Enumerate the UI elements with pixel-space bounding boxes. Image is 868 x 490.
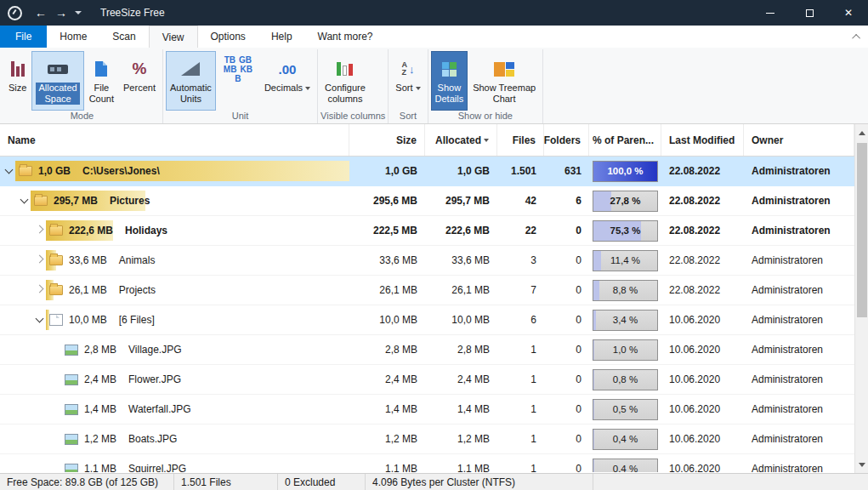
window-controls: ✕ — [751, 0, 868, 26]
tab-help[interactable]: Help — [258, 26, 305, 48]
show-treemap-chart-button[interactable]: Show Treemap Chart — [468, 51, 540, 111]
table-row[interactable]: 222,6 MB Holidays 222,5 MB 222,6 MB 22 0… — [0, 216, 854, 246]
item-label: Flower.JPG — [128, 373, 181, 385]
cell-folders: 6 — [544, 195, 589, 207]
unit-mb-button[interactable]: MB — [224, 65, 237, 74]
table-row[interactable]: 2,8 MB Village.JPG 2,8 MB 2,8 MB 1 0 1,0… — [0, 335, 854, 365]
back-arrow-icon[interactable]: ← — [31, 6, 51, 20]
decimals-button[interactable]: .00 Decimals — [260, 51, 315, 111]
column-header-last-modified[interactable]: Last Modified — [661, 124, 744, 156]
column-header-files[interactable]: Files — [497, 124, 544, 156]
table-row[interactable]: 2,4 MB Flower.JPG 2,4 MB 2,4 MB 1 0 0,8 … — [0, 365, 854, 395]
close-button[interactable]: ✕ — [829, 0, 868, 26]
cell-last-modified: 10.06.2020 — [661, 433, 744, 445]
cell-files: 1 — [497, 403, 544, 415]
item-name: 2,8 MB Village.JPG — [84, 344, 182, 356]
item-label: Holidays — [125, 225, 167, 236]
cell-allocated: 26,1 MB — [425, 284, 497, 296]
file-count-button[interactable]: File Count — [85, 51, 118, 111]
sort-az-icon: AZ↓ — [401, 61, 414, 77]
item-name: 33,6 MB Animals — [69, 254, 155, 266]
column-header-folders[interactable]: Folders — [544, 124, 589, 156]
table-row[interactable]: 1,2 MB Boats.JPG 1,2 MB 1,2 MB 1 0 0,4 %… — [0, 424, 854, 454]
expand-chevron-icon[interactable] — [20, 197, 29, 205]
item-label: C:\Users\Jones\ — [82, 165, 160, 177]
cell-files: 3 — [497, 254, 544, 266]
cell-owner: Administratoren — [744, 373, 854, 385]
percent-bar: 0,4 % — [593, 429, 658, 450]
cell-owner: Administratoren — [744, 284, 854, 296]
decimals-icon: .00 — [279, 62, 297, 77]
configure-columns-button[interactable]: Configure columns — [321, 51, 370, 111]
expand-chevron-icon[interactable] — [5, 167, 14, 175]
cell-folders: 0 — [544, 403, 589, 415]
item-name: 295,7 MB Pictures — [54, 195, 150, 207]
item-size-prefix: 26,1 MB — [69, 284, 107, 296]
cell-last-modified: 10.06.2020 — [661, 403, 744, 415]
unit-kb-button[interactable]: KB — [240, 65, 252, 74]
unit-letters-group: TBGBMBKBB — [217, 51, 259, 111]
table-row[interactable]: 10,0 MB [6 Files] 10,0 MB 10,0 MB 6 0 3,… — [0, 305, 854, 335]
quick-access-dropdown-icon[interactable] — [75, 11, 82, 14]
table-row[interactable]: 33,6 MB Animals 33,6 MB 33,6 MB 3 0 11,4… — [0, 246, 854, 276]
ribbon: Size Allocated Space File Count % Percen… — [0, 48, 868, 124]
table-row[interactable]: 1,0 GB C:\Users\Jones\ 1,0 GB 1,0 GB 1.5… — [0, 157, 854, 186]
vertical-scrollbar[interactable] — [854, 124, 868, 473]
cell-owner: Administratoren — [744, 254, 854, 266]
item-size-prefix: 295,7 MB — [54, 195, 98, 207]
triangle-down-icon — [859, 463, 865, 467]
table-row[interactable]: 26,1 MB Projects 26,1 MB 26,1 MB 7 0 8,8… — [0, 276, 854, 305]
size-mode-button[interactable]: Size — [4, 51, 31, 111]
expand-chevron-icon[interactable] — [36, 316, 44, 324]
collapse-ribbon-button[interactable] — [851, 31, 863, 42]
automatic-units-button[interactable]: Automatic Units — [166, 51, 216, 111]
group-label-unit: Unit — [166, 111, 315, 123]
column-header-percent-of-parent[interactable]: % of Paren... — [589, 124, 661, 156]
table-row[interactable]: 1,1 MB Squirrel.JPG 1,1 MB 1,1 MB 1 0 0,… — [0, 454, 854, 472]
minimize-button[interactable] — [751, 0, 790, 26]
tab-view[interactable]: View — [149, 26, 198, 48]
item-icon — [49, 314, 63, 326]
tab-home[interactable]: Home — [47, 26, 99, 48]
expand-chevron-icon[interactable] — [36, 256, 44, 265]
cell-owner: Administratoren — [744, 463, 854, 472]
maximize-button[interactable] — [790, 0, 829, 26]
cell-percent-of-parent: 11,4 % — [589, 250, 661, 271]
unit-gb-button[interactable]: GB — [239, 55, 252, 65]
column-header-allocated[interactable]: Allocated — [425, 124, 497, 156]
expand-chevron-icon[interactable] — [36, 286, 44, 294]
name-cell: 1,2 MB Boats.JPG — [0, 424, 349, 453]
tab-scan[interactable]: Scan — [99, 26, 148, 48]
tab-want-more[interactable]: Want more? — [305, 26, 386, 48]
item-label: Projects — [119, 284, 156, 296]
percent-text: 0,4 % — [593, 459, 657, 473]
allocated-space-button[interactable]: Allocated Space — [31, 51, 83, 111]
expand-chevron-icon[interactable] — [36, 226, 44, 235]
table-row[interactable]: 1,4 MB Waterfall.JPG 1,4 MB 1,4 MB 1 0 0… — [0, 395, 854, 424]
table-row[interactable]: 295,7 MB Pictures 295,6 MB 295,7 MB 42 6… — [0, 186, 854, 216]
file-tree-table: Name Size Allocated Files Folders % of P… — [0, 124, 868, 473]
column-header-name[interactable]: Name — [0, 124, 349, 156]
column-header-owner[interactable]: Owner — [744, 124, 854, 156]
column-header-size[interactable]: Size — [349, 124, 425, 156]
item-icon — [19, 166, 32, 176]
item-size-prefix: 2,8 MB — [84, 344, 116, 356]
tab-options[interactable]: Options — [198, 26, 258, 48]
item-size-prefix: 2,4 MB — [84, 373, 116, 385]
unit-b-button[interactable]: B — [235, 74, 241, 83]
size-bars-icon — [11, 61, 25, 77]
sort-button[interactable]: AZ↓ Sort — [391, 51, 424, 111]
scroll-down-button[interactable] — [855, 458, 868, 471]
percent-text: 0,5 % — [593, 400, 657, 419]
percent-mode-button[interactable]: % Percent — [119, 51, 160, 111]
forward-arrow-icon[interactable]: → — [51, 6, 71, 20]
cell-last-modified: 22.08.2022 — [661, 254, 744, 266]
scroll-up-button[interactable] — [855, 126, 868, 140]
unit-letter-buttons: TBGBMBKBB — [221, 55, 255, 83]
show-details-button[interactable]: Show Details — [431, 51, 468, 111]
tab-file[interactable]: File — [0, 26, 47, 48]
ribbon-group-show-or-hide: Show Details Show Treemap Chart Show or … — [428, 49, 544, 123]
unit-tb-button[interactable]: TB — [224, 55, 235, 65]
cell-percent-of-parent: 27,8 % — [589, 191, 661, 212]
scrollbar-thumb[interactable] — [857, 143, 867, 317]
